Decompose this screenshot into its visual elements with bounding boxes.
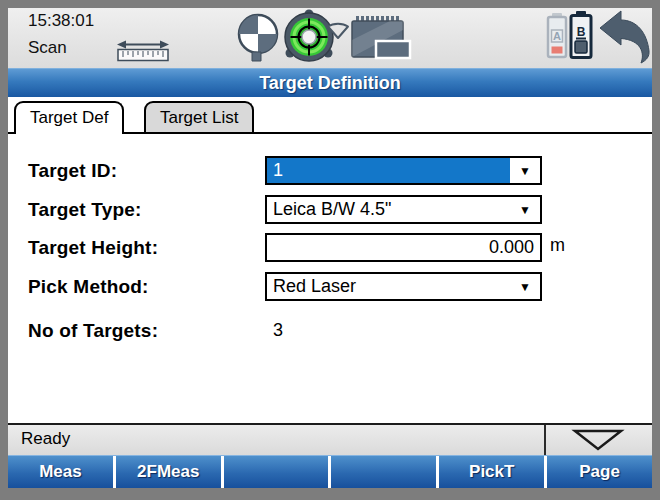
softkey-bar: Meas 2FMeas PickT Page [8, 455, 652, 488]
battery-a-icon: A [546, 13, 568, 63]
target-height-input[interactable]: 0.000 [265, 233, 542, 262]
status-bar: Ready [8, 423, 652, 455]
back-escape-arrow-icon[interactable] [596, 9, 652, 69]
screen: 15:38:01 Scan [8, 8, 652, 488]
chevron-down-icon[interactable]: ▼ [510, 158, 540, 183]
softkey-empty-4[interactable] [331, 456, 439, 488]
top-status-bar: 15:38:01 Scan [8, 8, 652, 68]
device-frame: 15:38:01 Scan [0, 0, 660, 500]
target-type-dropdown[interactable]: Leica B/W 4.5" ▼ [265, 195, 542, 224]
target-height-value: 0.000 [267, 235, 540, 260]
content-area: Target Def Target List Target ID: 1 ▼ Ta… [8, 97, 652, 423]
no-of-targets-row: No of Targets: 3 [28, 316, 648, 345]
no-of-targets-value: 3 [273, 320, 283, 341]
clock: 15:38:01 [28, 11, 94, 31]
tab-target-def[interactable]: Target Def [14, 101, 124, 134]
2fmeas-button[interactable]: 2FMeas [116, 456, 224, 488]
prism-target-icon [236, 12, 280, 68]
meas-button[interactable]: Meas [8, 456, 116, 488]
pick-method-row: Pick Method: Red Laser ▼ [28, 272, 648, 301]
target-id-label: Target ID: [28, 160, 117, 182]
target-height-label: Target Height: [28, 237, 158, 259]
target-type-value: Leica B/W 4.5" [267, 197, 510, 222]
pick-method-label: Pick Method: [28, 276, 149, 298]
target-id-value: 1 [267, 158, 510, 183]
target-type-row: Target Type: Leica B/W 4.5" ▼ [28, 195, 648, 224]
chevron-down-icon[interactable]: ▼ [510, 274, 540, 299]
tab-target-list[interactable]: Target List [144, 101, 254, 132]
page-title: Target Definition [8, 68, 652, 97]
more-pages-triangle-icon[interactable] [570, 427, 626, 457]
target-height-unit: m [550, 235, 565, 256]
target-id-row: Target ID: 1 ▼ [28, 156, 648, 185]
chevron-down-icon[interactable]: ▼ [510, 197, 540, 222]
status-message: Ready [21, 425, 70, 452]
page-button[interactable]: Page [547, 456, 652, 488]
pick-method-dropdown[interactable]: Red Laser ▼ [265, 272, 542, 301]
pick-method-value: Red Laser [267, 274, 510, 299]
target-type-label: Target Type: [28, 199, 142, 221]
svg-text:B: B [577, 25, 586, 39]
svg-text:A: A [553, 30, 561, 42]
battery-b-icon: B [569, 11, 593, 63]
no-of-targets-label: No of Targets: [28, 320, 158, 342]
softkey-empty-3[interactable] [224, 456, 332, 488]
status-bar-divider [544, 425, 546, 455]
target-height-row: Target Height: 0.000 m [28, 233, 648, 262]
wedge-indicator-icon [325, 18, 351, 44]
pickt-button[interactable]: PickT [439, 456, 547, 488]
target-id-dropdown[interactable]: 1 ▼ [265, 156, 542, 185]
app-mode-label: Scan [28, 38, 67, 58]
memory-card-icon [350, 16, 412, 66]
distance-ruler-icon [115, 40, 171, 68]
